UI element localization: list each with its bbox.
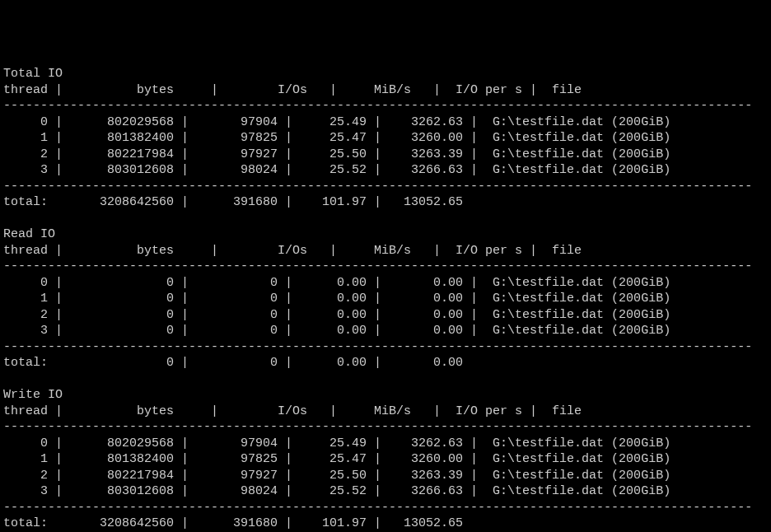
header-line: thread | bytes | I/Os | MiB/s | I/O per … — [3, 83, 582, 97]
section-title: Read IO — [3, 227, 55, 241]
table-row: 0 | 802029568 | 97904 | 25.49 | 3262.63 … — [3, 115, 671, 129]
total-line: total: 3208642560 | 391680 | 101.97 | 13… — [3, 195, 463, 209]
table-row: 3 | 803012608 | 98024 | 25.52 | 3266.63 … — [3, 163, 671, 177]
table-row: 0 | 0 | 0 | 0.00 | 0.00 | G:\testfile.da… — [3, 276, 671, 290]
table-row: 1 | 0 | 0 | 0.00 | 0.00 | G:\testfile.da… — [3, 292, 671, 306]
table-row: 2 | 802217984 | 97927 | 25.50 | 3263.39 … — [3, 147, 671, 161]
table-row: 2 | 0 | 0 | 0.00 | 0.00 | G:\testfile.da… — [3, 308, 671, 322]
separator-line: ----------------------------------------… — [3, 340, 752, 354]
table-row: 2 | 802217984 | 97927 | 25.50 | 3263.39 … — [3, 469, 671, 483]
table-row: 3 | 0 | 0 | 0.00 | 0.00 | G:\testfile.da… — [3, 324, 671, 338]
section-title: Write IO — [3, 388, 63, 402]
total-line: total: 0 | 0 | 0.00 | 0.00 — [3, 356, 463, 370]
table-row: 1 | 801382400 | 97825 | 25.47 | 3260.00 … — [3, 131, 671, 145]
terminal-output: Total IO thread | bytes | I/Os | MiB/s |… — [3, 66, 771, 532]
total-line: total: 3208642560 | 391680 | 101.97 | 13… — [3, 516, 463, 530]
table-row: 3 | 803012608 | 98024 | 25.52 | 3266.63 … — [3, 484, 671, 498]
separator-line: ----------------------------------------… — [3, 259, 752, 273]
header-line: thread | bytes | I/Os | MiB/s | I/O per … — [3, 244, 582, 258]
section-title: Total IO — [3, 67, 63, 81]
table-row: 0 | 802029568 | 97904 | 25.49 | 3262.63 … — [3, 436, 671, 450]
separator-line: ----------------------------------------… — [3, 501, 752, 515]
table-row: 1 | 801382400 | 97825 | 25.47 | 3260.00 … — [3, 452, 671, 466]
separator-line: ----------------------------------------… — [3, 99, 752, 113]
separator-line: ----------------------------------------… — [3, 180, 752, 194]
separator-line: ----------------------------------------… — [3, 420, 752, 434]
header-line: thread | bytes | I/Os | MiB/s | I/O per … — [3, 404, 582, 418]
